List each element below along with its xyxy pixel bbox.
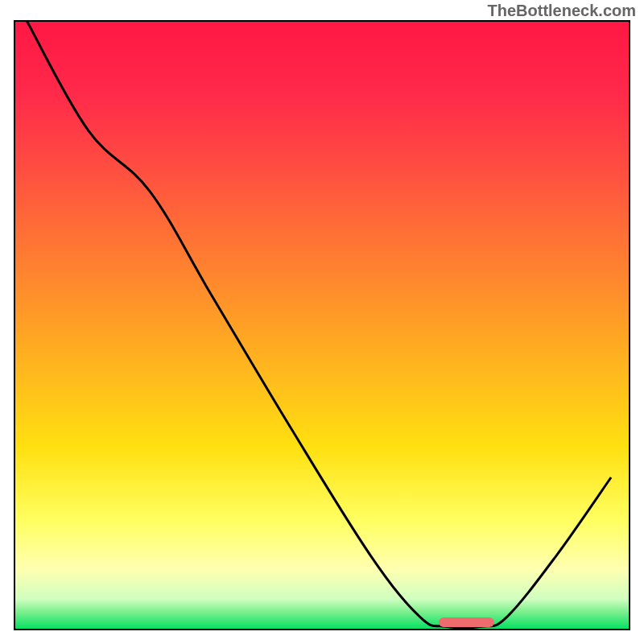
optimal-marker bbox=[439, 617, 494, 627]
plot-background bbox=[14, 21, 630, 630]
bottleneck-chart bbox=[0, 0, 644, 644]
watermark-text: TheBottleneck.com bbox=[488, 2, 636, 20]
chart-container: TheBottleneck.com bbox=[0, 0, 644, 644]
